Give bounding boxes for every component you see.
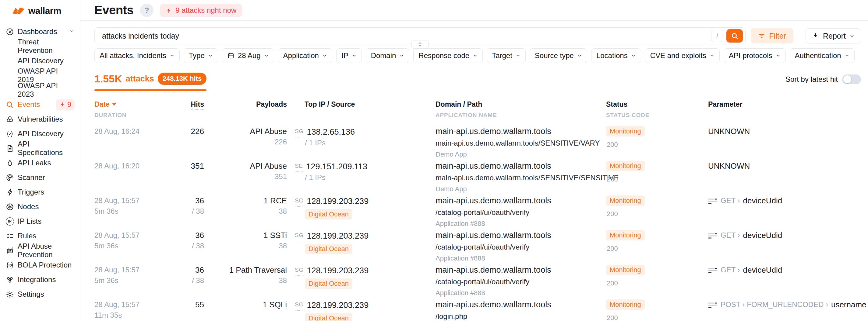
sidebar-item-ip-lists[interactable]: IP IP Lists [0,214,80,228]
filter-chip[interactable]: All attacks, Incidents [94,48,180,63]
domain-cell: main-api.us.demo.wallarm.tools main-api.… [436,161,606,195]
source-ip[interactable]: 128.199.203.239 [307,196,369,206]
download-icon [812,32,819,39]
domain-cell: main-api.us.demo.wallarm.tools /catalog-… [436,230,606,265]
event-row[interactable]: 28 Aug, 15:57 5m 36s 36 / 38 1 SSTi 38 [94,230,861,265]
sidebar-item-triggers[interactable]: Triggers [0,185,80,200]
sidebar-item-owasp-api-2019[interactable]: OWASP API 2019 [0,68,80,83]
sidebar-item-dashboards[interactable]: Dashboards [0,24,80,39]
attacks-count: 1.55K [94,73,122,85]
payloads-cell: 1 SQLi [204,299,287,321]
sidebar-item-api-discovery[interactable]: API Discovery [0,127,80,141]
calendar-icon [227,52,235,59]
sidebar-item-integrations[interactable]: Integrations [0,272,80,287]
parameter-path: GET › [721,265,740,275]
event-row[interactable]: 28 Aug, 15:57 5m 36s 36 / 38 1 Path Trav… [94,265,861,299]
help-icon[interactable]: ? [140,4,154,17]
duration: 5m 36s [94,276,187,285]
column-domain-path: Domain / Path APPLICATION NAME [436,100,606,118]
country-code[interactable]: SE [295,161,303,172]
sidebar-item-bola-protection[interactable]: BOLA Protection [0,258,80,272]
event-row[interactable]: 28 Aug, 15:57 11m 35s 55 1 SQLi [94,299,861,321]
date-cell: 28 Aug, 16:20 [94,161,187,195]
attacks-right-now-badge[interactable]: 9 attacks right now [160,4,242,17]
country-code[interactable]: SG [295,195,303,207]
sidebar-item-events[interactable]: Events 9 [0,97,80,112]
wallarm-logo[interactable]: wallarm [0,5,80,17]
column-duration: DURATION [94,112,187,118]
country-code[interactable]: SG [295,265,303,276]
main-area: Events ? 9 attacks right now / [81,0,868,321]
status-code: 200 [606,314,708,321]
country-code[interactable]: SG [295,299,303,311]
source-cell: SG 128.199.203.239 Digital Ocean [287,265,436,299]
filter-chip[interactable]: IP [336,48,362,63]
sidebar-item-threat-prevention[interactable]: Threat Prevention [0,39,80,54]
application-name: Demo App [436,185,606,193]
source-ip[interactable]: 128.199.203.239 [307,265,369,276]
status-code: 200 [606,175,708,183]
sort-toggle[interactable] [842,74,861,84]
slash-shortcut-key: / [711,30,723,42]
search-row: / Filter Report [94,27,861,44]
source-ip[interactable]: 128.199.203.239 [307,231,369,241]
filter-chip[interactable]: 28 Aug [222,48,274,63]
sidebar-item-vulnerabilities[interactable]: Vulnerabilities [0,112,80,127]
filter-chip[interactable]: API protocols [724,48,786,63]
lightning-icon [166,7,173,14]
filter-chip[interactable]: Type [184,48,218,63]
request-parts-icon [708,265,717,274]
status-code: 200 [606,245,708,253]
source-ip[interactable]: 128.199.203.239 [307,300,369,310]
report-button[interactable]: Report [806,28,861,43]
parameter-name: UNKNOWN [708,161,750,171]
sidebar-item-api-abuse-prevention[interactable]: API Abuse Prevention [0,243,80,258]
sidebar-item-rules[interactable]: Rules [0,228,80,243]
parameter-cell: POST › FORM_URLENCODED › username [708,299,866,321]
event-row[interactable]: 28 Aug, 15:57 5m 36s 36 / 38 1 RCE 38 [94,195,861,230]
attacks-tab[interactable]: 1.55K attacks 248.13K hits [94,73,207,91]
filter-chip[interactable]: Source type [530,48,587,63]
sidebar-item-api-specifications[interactable]: API Specifications [0,141,80,156]
sidebar-item-scanner[interactable]: Scanner [0,170,80,185]
events-attack-count-badge: 9 [56,99,74,110]
filter-chip[interactable]: Application [278,48,332,63]
source-cell: SE 129.151.209.113 / 1 IPs [287,161,436,195]
filter-button[interactable]: Filter [751,28,794,43]
filter-chip[interactable]: Response code [413,48,483,63]
sidebar-item-settings[interactable]: Settings [0,287,80,301]
filter-chip[interactable]: Locations [591,48,641,63]
event-row[interactable]: 28 Aug, 16:24 226 API Abuse 226 [94,126,861,161]
event-row[interactable]: 28 Aug, 16:20 351 API Abuse 351 [94,161,861,195]
filter-chip[interactable]: Domain [366,48,410,63]
domain: main-api.us.demo.wallarm.tools [436,299,606,310]
sidebar-nav: Dashboards Threat Prevention API Discove… [0,24,80,301]
domain-cell: main-api.us.demo.wallarm.tools /catalog-… [436,195,606,230]
sidebar-item-nodes[interactable]: Nodes [0,200,80,214]
summary-row: 1.55K attacks 248.13K hits Sort by lates… [94,73,861,91]
ip-circle-icon: IP [5,217,14,225]
sidebar-item-owasp-api-2023[interactable]: OWASP API 2023 [0,83,80,97]
date-sort-header[interactable]: Date [94,100,187,109]
search-button[interactable] [726,29,743,42]
source-ip[interactable]: 129.151.209.113 [306,162,367,172]
chevron-down-icon[interactable] [68,27,74,36]
country-code[interactable]: SG [295,230,303,241]
droplet-icon [5,159,14,167]
country-code[interactable]: SG [295,126,303,137]
chevron-down-icon [208,53,213,58]
chevron-down-icon [264,53,269,58]
filter-chip[interactable]: Target [487,48,526,63]
source-ip[interactable]: 138.2.65.136 [307,127,355,137]
source-cell: SG 128.199.203.239 Digital Ocean [287,195,436,230]
search-expand-toggle[interactable] [411,40,429,49]
parameter-cell: GET › deviceUdid [708,230,861,265]
filter-chip[interactable]: CVE and exploits [645,48,720,63]
filter-chip[interactable]: Authentication [790,48,855,63]
domain-cell: main-api.us.demo.wallarm.tools main-api.… [436,126,606,161]
hits-cell: 226 [187,126,204,161]
sidebar-item-api-discovery-dash[interactable]: API Discovery [0,54,80,68]
search-input[interactable] [102,32,711,40]
sidebar-item-api-leaks[interactable]: API Leaks [0,156,80,170]
source-provider-tag: Digital Ocean [305,209,352,219]
